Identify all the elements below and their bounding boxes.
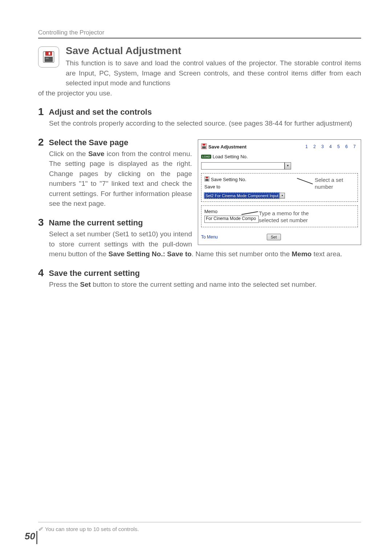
page-number: 50: [25, 531, 35, 542]
dropdown-caret-icon[interactable]: ▼: [279, 193, 285, 199]
intro-paragraph-2: of the projector you use.: [38, 88, 361, 98]
svg-rect-3: [45, 57, 52, 62]
step-1-number: 1: [38, 106, 44, 118]
load-setting-dropdown[interactable]: [201, 162, 285, 170]
svg-rect-10: [205, 179, 209, 181]
running-header: Controlling the Projector: [38, 29, 361, 38]
svg-rect-2: [49, 52, 50, 54]
callout-memo: Type a memo for the selected set number: [259, 210, 309, 224]
memo-label: Memo: [204, 209, 259, 214]
step-3-title: Name the current setting: [49, 218, 143, 228]
screenshot-page-links[interactable]: 1 2 3 4 5 6 7: [305, 144, 358, 149]
save-to-label: Save to: [204, 184, 246, 189]
step-4-number: 4: [38, 267, 44, 279]
disk-icon: [204, 176, 209, 183]
set-button[interactable]: Set: [267, 234, 281, 240]
step-4-title: Save the current setting: [49, 269, 140, 278]
save-disk-icon: [38, 46, 59, 68]
dropdown-caret-icon[interactable]: ▼: [285, 162, 291, 170]
footer-rule: [38, 522, 361, 522]
step-1-body: Set the controls properly according to t…: [49, 118, 361, 128]
footnote: ✐You can store up to 10 sets of controls…: [38, 526, 139, 532]
svg-rect-4: [46, 58, 49, 59]
step-4-body: Press the Set button to store the curren…: [49, 279, 361, 290]
step-2-number: 2: [38, 136, 44, 148]
step-1-title: Adjust and set the controls: [49, 107, 152, 117]
page-number-bar: [36, 531, 37, 544]
step-2-title: Select the Save page: [49, 138, 128, 147]
save-adjustment-screenshot: Save Adjustment 1 2 3 4 5 6 7 LOAD Load …: [198, 139, 361, 245]
callout-select-set-number: Select a set number: [315, 177, 343, 190]
memo-input[interactable]: For Cinema Mode Compo: [204, 216, 259, 223]
svg-rect-7: [202, 146, 206, 148]
load-setting-label: Load Setting No.: [213, 154, 248, 159]
save-setting-label: Save Setting No.: [211, 177, 246, 182]
disk-icon: [201, 143, 207, 150]
to-menu-link[interactable]: To Menu: [201, 234, 218, 240]
page-title: Save Actual Adjustment: [66, 45, 361, 57]
save-to-dropdown-selected[interactable]: Set2 For Cinema Mode Component Input: [204, 193, 279, 199]
step-3-number: 3: [38, 217, 44, 228]
svg-rect-9: [206, 177, 208, 178]
svg-rect-6: [203, 144, 205, 146]
intro-paragraph-1: This function is to save and load the co…: [66, 58, 361, 88]
footnote-icon: ✐: [38, 526, 43, 532]
load-badge-icon: LOAD: [201, 155, 211, 159]
screenshot-title: Save Adjustment: [208, 144, 246, 150]
